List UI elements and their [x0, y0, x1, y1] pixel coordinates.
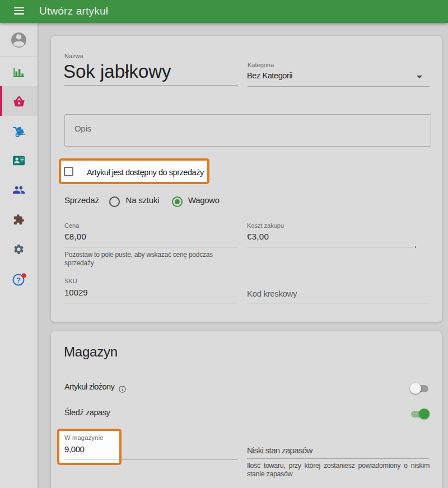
svg-text:?: ? — [16, 275, 21, 284]
